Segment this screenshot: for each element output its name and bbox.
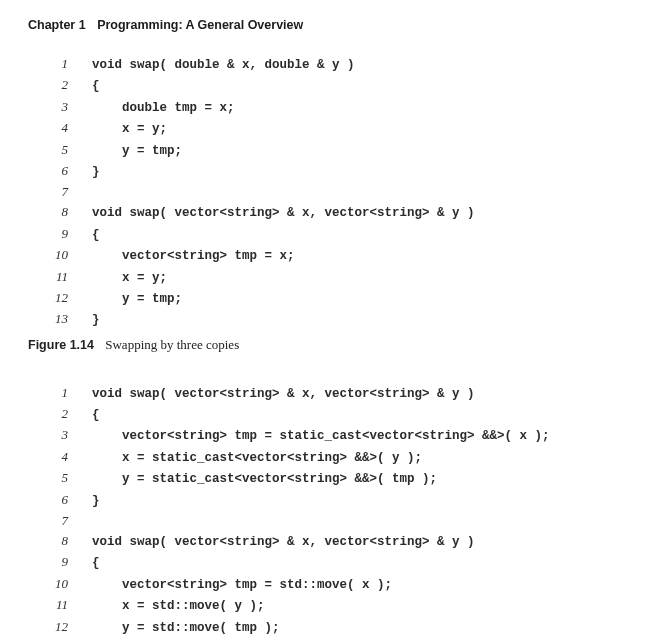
code-line: 6} xyxy=(28,161,617,182)
line-number: 6 xyxy=(28,490,92,510)
chapter-header: Chapter 1 Programming: A General Overvie… xyxy=(28,18,617,32)
code-text: } xyxy=(92,492,100,511)
code-line: 3 double tmp = x; xyxy=(28,97,617,118)
code-text: void swap( vector<string> & x, vector<st… xyxy=(92,533,475,552)
line-number: 7 xyxy=(28,511,92,531)
code-line: 3 vector<string> tmp = static_cast<vecto… xyxy=(28,425,617,446)
code-line: 10 vector<string> tmp = std::move( x ); xyxy=(28,574,617,595)
code-line: 10 vector<string> tmp = x; xyxy=(28,245,617,266)
code-text: { xyxy=(92,554,100,573)
line-number: 11 xyxy=(28,595,92,615)
code-line: 13} xyxy=(28,638,617,643)
line-number: 8 xyxy=(28,531,92,551)
code-text: x = y; xyxy=(92,269,167,288)
code-line: 12 y = tmp; xyxy=(28,288,617,309)
code-text: vector<string> tmp = x; xyxy=(92,247,295,266)
code-text: y = tmp; xyxy=(92,142,182,161)
figure-label: Figure 1.14 xyxy=(28,338,94,352)
line-number: 10 xyxy=(28,245,92,265)
code-line: 2{ xyxy=(28,75,617,96)
code-line: 11 x = y; xyxy=(28,267,617,288)
code-line: 8void swap( vector<string> & x, vector<s… xyxy=(28,531,617,552)
line-number: 2 xyxy=(28,404,92,424)
code-line: 4 x = y; xyxy=(28,118,617,139)
line-number: 5 xyxy=(28,468,92,488)
code-text: vector<string> tmp = std::move( x ); xyxy=(92,576,392,595)
code-line: 2{ xyxy=(28,404,617,425)
code-text: void swap( vector<string> & x, vector<st… xyxy=(92,385,475,404)
line-number: 13 xyxy=(28,638,92,643)
line-number: 12 xyxy=(28,617,92,637)
line-number: 6 xyxy=(28,161,92,181)
code-line: 7 xyxy=(28,511,617,531)
line-number: 11 xyxy=(28,267,92,287)
line-number: 9 xyxy=(28,224,92,244)
code-line: 9{ xyxy=(28,224,617,245)
figure-caption-1: Figure 1.14 Swapping by three copies xyxy=(28,337,617,353)
chapter-title: Programming: A General Overview xyxy=(97,18,303,32)
code-line: 5 y = static_cast<vector<string> &&>( tm… xyxy=(28,468,617,489)
code-text: { xyxy=(92,226,100,245)
code-text: } xyxy=(92,311,100,330)
line-number: 2 xyxy=(28,75,92,95)
code-line: 13} xyxy=(28,309,617,330)
line-number: 7 xyxy=(28,182,92,202)
chapter-number: Chapter 1 xyxy=(28,18,86,32)
line-number: 3 xyxy=(28,97,92,117)
code-line: 8void swap( vector<string> & x, vector<s… xyxy=(28,202,617,223)
line-number: 3 xyxy=(28,425,92,445)
code-line: 5 y = tmp; xyxy=(28,140,617,161)
code-text: } xyxy=(92,163,100,182)
line-number: 4 xyxy=(28,118,92,138)
code-text: double tmp = x; xyxy=(92,99,235,118)
line-number: 4 xyxy=(28,447,92,467)
line-number: 13 xyxy=(28,309,92,329)
figure-text: Swapping by three copies xyxy=(105,337,239,352)
code-text: { xyxy=(92,406,100,425)
line-number: 5 xyxy=(28,140,92,160)
code-text: y = std::move( tmp ); xyxy=(92,619,280,638)
line-number: 1 xyxy=(28,54,92,74)
line-number: 1 xyxy=(28,383,92,403)
code-text: void swap( double & x, double & y ) xyxy=(92,56,355,75)
line-number: 12 xyxy=(28,288,92,308)
code-text: x = static_cast<vector<string> &&>( y ); xyxy=(92,449,422,468)
code-text: void swap( vector<string> & x, vector<st… xyxy=(92,204,475,223)
code-line: 12 y = std::move( tmp ); xyxy=(28,617,617,638)
code-line: 9{ xyxy=(28,552,617,573)
code-listing-2: 1void swap( vector<string> & x, vector<s… xyxy=(28,383,617,643)
code-text: x = std::move( y ); xyxy=(92,597,265,616)
code-line: 11 x = std::move( y ); xyxy=(28,595,617,616)
code-line: 1void swap( double & x, double & y ) xyxy=(28,54,617,75)
code-line: 6} xyxy=(28,490,617,511)
code-text: { xyxy=(92,77,100,96)
line-number: 8 xyxy=(28,202,92,222)
line-number: 9 xyxy=(28,552,92,572)
code-text: y = tmp; xyxy=(92,290,182,309)
code-line: 1void swap( vector<string> & x, vector<s… xyxy=(28,383,617,404)
code-line: 4 x = static_cast<vector<string> &&>( y … xyxy=(28,447,617,468)
line-number: 10 xyxy=(28,574,92,594)
code-text: x = y; xyxy=(92,120,167,139)
code-text: y = static_cast<vector<string> &&>( tmp … xyxy=(92,470,437,489)
code-line: 7 xyxy=(28,182,617,202)
code-text: vector<string> tmp = static_cast<vector<… xyxy=(92,427,550,446)
code-listing-1: 1void swap( double & x, double & y )2{3 … xyxy=(28,54,617,331)
